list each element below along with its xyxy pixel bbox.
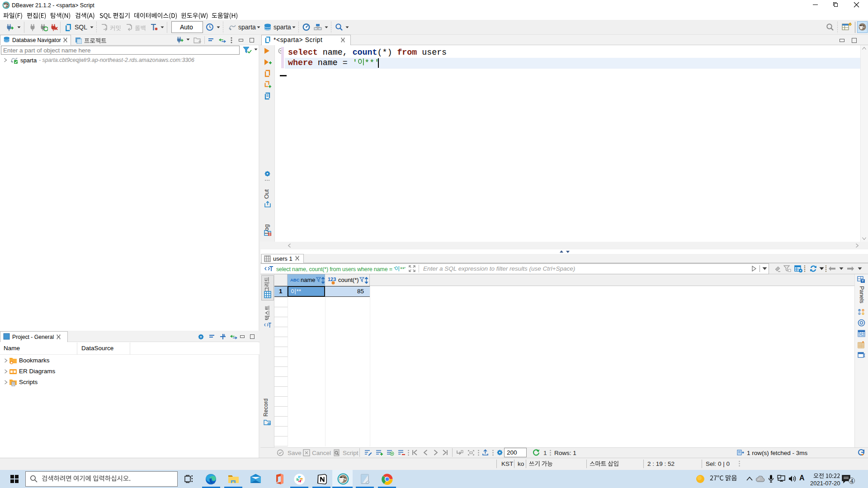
svg-text:4: 4 [850, 478, 854, 484]
